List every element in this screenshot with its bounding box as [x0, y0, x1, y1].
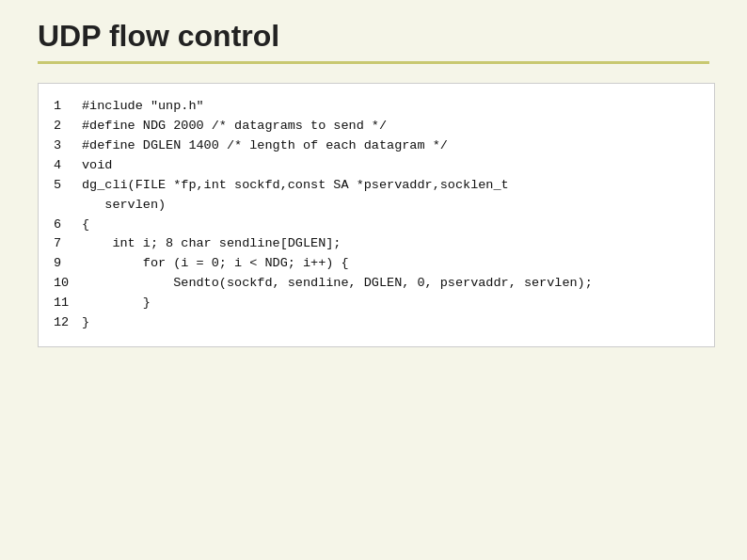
code-line: 12} [54, 313, 699, 333]
line-number: 6 [54, 216, 74, 235]
line-content: dg_cli(FILE *fp,int sockfd,const SA *pse… [82, 176, 509, 196]
code-line: 6{ [54, 216, 699, 235]
code-line: 2#define NDG 2000 /* datagrams to send *… [54, 117, 699, 136]
line-content: { [82, 216, 89, 235]
code-box: 1#include "unp.h"2#define NDG 2000 /* da… [38, 83, 715, 347]
line-content: } [82, 294, 151, 313]
page-container: UDP flow control 1#include "unp.h"2#defi… [0, 0, 747, 560]
code-line: servlen) [54, 196, 699, 216]
page-title: UDP flow control [38, 19, 709, 54]
line-content: #define DGLEN 1400 /* length of each dat… [82, 136, 448, 156]
code-line: 11 } [54, 294, 699, 313]
line-content: for (i = 0; i < NDG; i++) { [82, 254, 349, 274]
line-content: #include "unp.h" [82, 97, 204, 117]
code-line: 7 int i; 8 char sendline[DGLEN]; [54, 234, 699, 254]
line-content: servlen) [82, 196, 166, 216]
line-content: } [82, 313, 89, 333]
line-content: void [82, 156, 112, 176]
line-content: #define NDG 2000 /* datagrams to send */ [82, 117, 387, 136]
title-bar: UDP flow control [38, 19, 709, 64]
line-content: int i; 8 char sendline[DGLEN]; [82, 234, 341, 254]
line-number: 3 [54, 136, 74, 156]
code-line: 9 for (i = 0; i < NDG; i++) { [54, 254, 699, 274]
line-number: 1 [54, 97, 74, 117]
line-number: 2 [54, 117, 74, 136]
code-line: 1#include "unp.h" [54, 97, 699, 117]
line-number: 4 [54, 156, 74, 176]
line-number: 9 [54, 254, 74, 274]
line-content: Sendto(sockfd, sendline, DGLEN, 0, pserv… [82, 274, 593, 294]
line-number: 7 [54, 234, 74, 254]
line-number: 5 [54, 176, 74, 196]
code-line: 4void [54, 156, 699, 176]
line-number [54, 196, 74, 216]
code-line: 5dg_cli(FILE *fp,int sockfd,const SA *ps… [54, 176, 699, 196]
line-number: 12 [54, 313, 74, 333]
line-number: 11 [54, 294, 74, 313]
code-line: 3#define DGLEN 1400 /* length of each da… [54, 136, 699, 156]
code-line: 10 Sendto(sockfd, sendline, DGLEN, 0, ps… [54, 274, 699, 294]
line-number: 10 [54, 274, 74, 294]
